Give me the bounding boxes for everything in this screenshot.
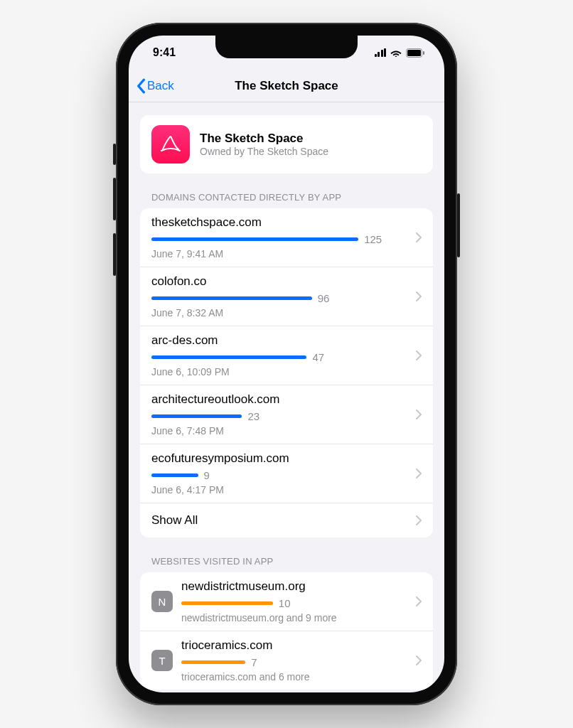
domains-list: thesketchspace.com 125 June 7, 9:41 AM — [140, 208, 433, 537]
domain-bar — [151, 355, 306, 359]
svg-rect-2 — [423, 51, 424, 55]
websites-section-header: WEBSITES VISITED IN APP — [151, 556, 422, 567]
domain-row[interactable]: colofon.co 96 June 7, 8:32 AM — [140, 267, 433, 326]
domain-count: 9 — [204, 469, 210, 481]
chevron-right-icon — [416, 232, 422, 242]
page-title: The Sketch Space — [129, 79, 444, 93]
chevron-right-icon — [416, 655, 422, 665]
domain-name: ecofuturesymposium.com — [151, 451, 410, 466]
domain-bar — [151, 473, 198, 477]
domain-row[interactable]: thesketchspace.com 125 June 7, 9:41 AM — [140, 208, 433, 267]
domain-row[interactable]: ecofuturesymposium.com 9 June 6, 4:17 PM — [140, 444, 433, 503]
app-name: The Sketch Space — [200, 132, 422, 146]
domain-name: arc-des.com — [151, 333, 410, 348]
chevron-right-icon — [416, 350, 422, 360]
scroll-content[interactable]: The Sketch Space Owned by The Sketch Spa… — [129, 102, 444, 692]
domain-row[interactable]: architectureoutlook.com 23 June 6, 7:48 … — [140, 385, 433, 444]
side-buttons-left — [113, 144, 116, 276]
status-time: 9:41 — [153, 46, 176, 59]
website-count: 7 — [251, 656, 257, 668]
cellular-signal-icon — [375, 48, 387, 57]
app-header-card: The Sketch Space Owned by The Sketch Spa… — [140, 115, 433, 173]
website-row[interactable]: T trioceramics.com 7 trioceramics.com an… — [140, 631, 433, 690]
domain-bar — [151, 414, 242, 418]
chevron-right-icon — [416, 291, 422, 301]
chevron-right-icon — [416, 515, 422, 525]
domain-timestamp: June 6, 7:48 PM — [151, 425, 410, 437]
app-icon — [151, 125, 190, 164]
website-domain: trioceramics.com — [181, 638, 410, 653]
domain-name: thesketchspace.com — [151, 215, 410, 230]
side-button-right — [457, 193, 460, 257]
domain-count: 125 — [364, 233, 382, 245]
website-subtitle: trioceramics.com and 6 more — [181, 671, 410, 682]
svg-rect-1 — [407, 50, 421, 56]
domain-name: colofon.co — [151, 274, 410, 289]
website-bar — [181, 660, 245, 664]
domain-row[interactable]: arc-des.com 47 June 6, 10:09 PM — [140, 326, 433, 385]
chevron-right-icon — [416, 410, 422, 419]
chevron-right-icon — [416, 596, 422, 606]
domain-bar — [151, 296, 312, 300]
back-button[interactable]: Back — [136, 78, 174, 94]
app-owner: Owned by The Sketch Space — [200, 146, 422, 157]
domain-timestamp: June 6, 4:17 PM — [151, 484, 410, 496]
show-all-row[interactable]: Show All — [140, 503, 433, 537]
domain-timestamp: June 7, 8:32 AM — [151, 307, 410, 318]
notch — [215, 36, 358, 58]
website-badge: T — [151, 650, 173, 671]
domain-count: 23 — [247, 410, 259, 422]
domain-bar — [151, 237, 358, 241]
website-bar — [181, 601, 273, 605]
websites-list: N newdistrictmuseum.org 10 newdistrictmu… — [140, 572, 433, 690]
chevron-right-icon — [416, 469, 422, 478]
domain-timestamp: June 6, 10:09 PM — [151, 366, 410, 378]
website-row[interactable]: N newdistrictmuseum.org 10 newdistrictmu… — [140, 572, 433, 631]
battery-icon — [406, 48, 424, 58]
domain-count: 96 — [318, 292, 330, 304]
domain-count: 47 — [312, 351, 324, 363]
back-label: Back — [147, 79, 174, 93]
wifi-icon — [390, 48, 402, 57]
phone-frame: 9:41 Back The Sketch Space — [116, 23, 457, 705]
domain-name: architectureoutlook.com — [151, 392, 410, 407]
chevron-left-icon — [136, 78, 146, 94]
show-all-label: Show All — [151, 513, 410, 528]
status-icons — [375, 48, 425, 58]
website-count: 10 — [279, 597, 291, 609]
domain-timestamp: June 7, 9:41 AM — [151, 248, 410, 259]
screen: 9:41 Back The Sketch Space — [129, 36, 444, 692]
website-badge: N — [151, 591, 173, 612]
website-subtitle: newdistrictmuseum.org and 9 more — [181, 612, 410, 623]
website-domain: newdistrictmuseum.org — [181, 579, 410, 594]
domains-section-header: DOMAINS CONTACTED DIRECTLY BY APP — [151, 192, 422, 203]
nav-bar: Back The Sketch Space — [129, 70, 444, 102]
